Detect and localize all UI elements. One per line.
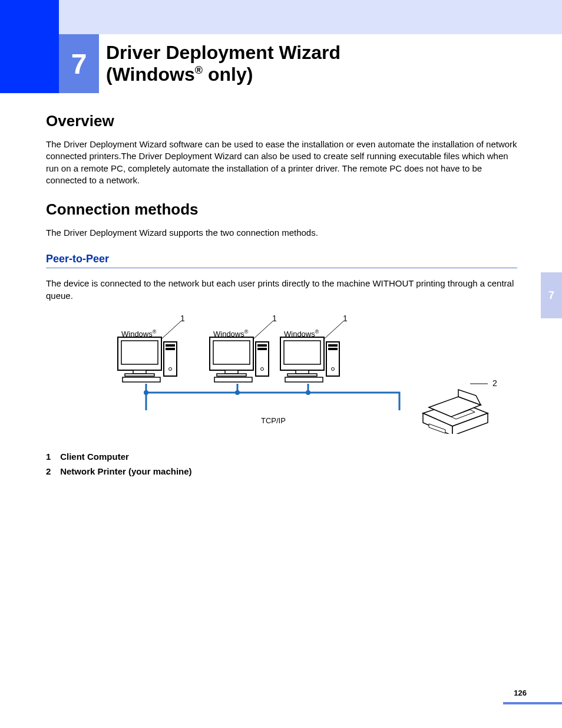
svg-rect-17 [214, 377, 252, 382]
svg-rect-13 [256, 342, 269, 376]
svg-rect-4 [164, 342, 177, 376]
svg-rect-11 [225, 370, 238, 374]
chapter-heading: 7 Driver Deployment Wizard (Windows® onl… [0, 34, 562, 93]
svg-point-7 [169, 367, 172, 370]
svg-point-16 [261, 367, 264, 370]
legend-2-num: 2 [46, 466, 58, 476]
connection-heading: Connection methods [46, 200, 517, 219]
chapter-number: 7 [71, 48, 87, 80]
pc-3-callout: 1 [343, 314, 348, 323]
p2p-body: The device is connected to the network b… [46, 278, 517, 302]
computer-icon [279, 336, 344, 383]
svg-rect-15 [257, 348, 267, 350]
legend-1-num: 1 [46, 452, 58, 462]
svg-rect-21 [287, 374, 317, 376]
svg-rect-26 [285, 377, 323, 382]
svg-rect-24 [328, 348, 338, 350]
svg-rect-22 [326, 342, 339, 376]
svg-rect-19 [284, 341, 320, 364]
svg-rect-3 [125, 374, 154, 376]
legend-row-1: 1 Client Computer [46, 452, 517, 462]
legend-1-text: Client Computer [60, 452, 129, 462]
thumb-tab-number: 7 [548, 289, 554, 302]
svg-rect-10 [213, 341, 250, 364]
registered-mark: ® [195, 64, 203, 76]
header-left-accent [0, 0, 59, 34]
chapter-title-line-2-suffix: only) [203, 64, 253, 85]
p2p-rule [46, 268, 517, 268]
svg-rect-20 [296, 370, 309, 374]
chapter-title-line-2-prefix: (Windows [106, 64, 195, 85]
p2p-diagram: 1 Windows® 1 [111, 316, 488, 440]
computer-icon [117, 336, 181, 383]
page-number: 126 [514, 689, 527, 697]
overview-heading: Overview [46, 112, 517, 130]
chapter-title: Driver Deployment Wizard (Windows® only) [106, 34, 527, 93]
svg-rect-23 [328, 344, 338, 347]
header-right-accent [59, 0, 562, 34]
net-dot-1 [144, 390, 148, 395]
net-dot-2 [235, 390, 240, 395]
svg-rect-1 [121, 341, 158, 364]
computer-icon [209, 336, 273, 383]
p2p-subheading-wrap: Peer-to-Peer [46, 253, 517, 268]
chapter-number-box: 7 [59, 34, 99, 93]
protocol-label: TCP/IP [261, 416, 286, 425]
svg-rect-2 [133, 370, 146, 374]
page: 7 Driver Deployment Wizard (Windows® onl… [0, 0, 562, 728]
connection-intro: The Driver Deployment Wizard supports th… [46, 227, 517, 239]
printer-icon [417, 381, 494, 434]
net-dot-3 [306, 390, 310, 395]
diagram-legend: 1 Client Computer 2 Network Printer (you… [46, 452, 517, 476]
legend-row-2: 2 Network Printer (your machine) [46, 466, 517, 476]
chapter-title-line-2: (Windows® only) [106, 64, 527, 85]
content-area: Overview The Driver Deployment Wizard so… [46, 112, 517, 481]
chapter-left-accent [0, 34, 59, 93]
header-band [0, 0, 562, 34]
pc-2-callout: 1 [272, 314, 277, 323]
svg-rect-14 [257, 344, 267, 347]
chapter-title-line-1: Driver Deployment Wizard [106, 42, 527, 64]
printer: 2 [417, 381, 488, 434]
svg-point-25 [332, 367, 335, 370]
network-bus [146, 393, 399, 410]
page-number-bar [503, 702, 562, 704]
svg-rect-12 [217, 374, 246, 376]
svg-rect-8 [123, 377, 160, 382]
p2p-subheading: Peer-to-Peer [46, 253, 517, 266]
printer-callout: 2 [492, 378, 497, 388]
overview-body: The Driver Deployment Wizard software ca… [46, 139, 517, 186]
svg-rect-5 [166, 344, 175, 347]
pc-1-callout: 1 [180, 314, 185, 323]
thumb-tab: 7 [541, 272, 562, 318]
legend-2-text: Network Printer (your machine) [60, 466, 191, 476]
svg-rect-6 [166, 348, 175, 350]
